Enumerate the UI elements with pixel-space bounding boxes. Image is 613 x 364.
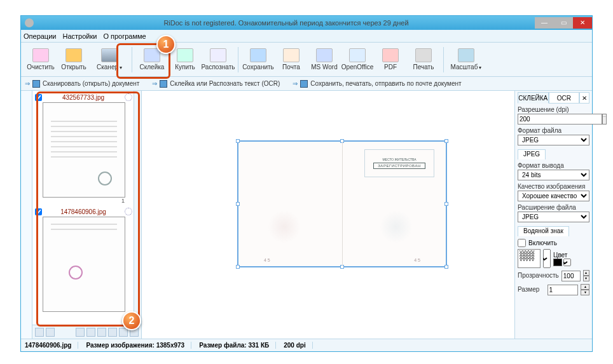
save-icon	[250, 48, 266, 62]
resolution-more-button[interactable]: ···	[602, 114, 607, 125]
app-window: RiDoc is not registered. Ознакомительный…	[20, 15, 593, 352]
tab-ocr[interactable]: OCR	[549, 92, 580, 104]
menu-about[interactable]: О программе	[103, 32, 146, 40]
thumbnail-item[interactable]: 1478460906.jpg	[35, 208, 132, 312]
resize-handle[interactable]	[444, 202, 448, 206]
mail-button[interactable]: Почта	[275, 44, 307, 75]
print-button[interactable]: Печать	[408, 44, 439, 75]
thumb-tool-2[interactable]	[46, 328, 55, 337]
thumb-checkbox[interactable]	[35, 208, 42, 215]
resize-handle[interactable]	[236, 202, 240, 206]
scanner-icon	[101, 48, 118, 62]
mail-icon	[283, 48, 300, 62]
window-title: RiDoc is not registered. Ознакомительный…	[38, 19, 535, 27]
resize-handle[interactable]	[236, 265, 240, 269]
separator	[238, 47, 238, 72]
status-file: 1478460906.jpg	[25, 342, 78, 349]
statusbar: 1478460906.jpg Размер изображения: 1385x…	[21, 339, 592, 351]
thumb-scrollbar[interactable]	[134, 91, 141, 325]
toolbar: Очистить Открыть Сканер▾ Склейка Купить …	[21, 43, 592, 77]
callout-2: 2	[122, 311, 141, 330]
save-button[interactable]: Сохранить	[242, 44, 274, 75]
opacity-input[interactable]	[561, 271, 581, 281]
resolution-input[interactable]	[518, 114, 602, 125]
maximize-button[interactable]: ▭	[554, 17, 573, 29]
thumb-index: 1	[35, 198, 132, 204]
watermark-enable-checkbox[interactable]	[518, 239, 526, 247]
thumb-tool-1[interactable]	[35, 328, 44, 337]
color-select[interactable]	[563, 259, 571, 266]
eraser-icon	[32, 48, 49, 62]
quality-select[interactable]: Хорошее качество	[518, 191, 589, 201]
watermark-tab[interactable]: Водяной знак	[518, 226, 569, 236]
quality-field: Качество изображения Хорошее качество	[518, 183, 589, 201]
chevron-down-icon: ▾	[479, 65, 481, 71]
file-format-select[interactable]: JPEG	[518, 135, 589, 145]
side-icon-strip	[21, 91, 32, 339]
zoom-icon	[458, 48, 474, 62]
word-button[interactable]: MS Word	[308, 44, 340, 75]
menubar: Операции Настройки О программе	[21, 30, 592, 43]
word-icon	[316, 48, 333, 62]
step-glue[interactable]: ⇒Склейка или Распознать текст (OCR)	[152, 80, 280, 88]
content-area: 432567733.jpg 1 1478460906.jpg	[21, 91, 592, 339]
thumb-settings-icon[interactable]	[125, 208, 132, 215]
thumb-tool-5[interactable]	[97, 328, 106, 337]
thumb-tool-4[interactable]	[86, 328, 95, 337]
document-preview[interactable]: МЕСТО ЖИТЕЛЬСТВА ЗАРЕГИСТРИРОВАН 4 5 4 5	[237, 140, 447, 267]
thumb-filename: 1478460906.jpg	[46, 208, 121, 215]
close-button[interactable]: ✕	[573, 17, 592, 29]
opacity-spinner[interactable]: ▴▾	[583, 270, 589, 281]
preview-canvas[interactable]: МЕСТО ЖИТЕЛЬСТВА ЗАРЕГИСТРИРОВАН 4 5 4 5	[142, 91, 514, 339]
minimize-button[interactable]: —	[535, 17, 554, 29]
thumbnail-item[interactable]: 432567733.jpg 1	[35, 93, 132, 204]
status-dpi: 200 dpi	[284, 342, 312, 349]
extension-select[interactable]: JPEG	[518, 212, 589, 222]
separator	[443, 47, 444, 72]
tab-glue[interactable]: СКЛЕЙКА	[518, 92, 549, 104]
thumb-checkbox[interactable]	[35, 94, 42, 101]
scan-button[interactable]: Сканер▾	[91, 44, 128, 75]
pdf-icon	[382, 48, 399, 62]
color-swatch[interactable]	[553, 259, 562, 266]
file-format-field: Формат файла JPEG	[518, 127, 589, 145]
step-scan[interactable]: ⇒Сканировать (открыть) документ	[25, 80, 139, 88]
glue-icon	[144, 48, 160, 62]
status-file-size: Размер файла: 331 КБ	[199, 342, 276, 349]
zoom-button[interactable]: Масштаб▾	[448, 44, 485, 75]
menu-operations[interactable]: Операции	[24, 32, 56, 40]
output-format-field: Формат вывода 24 bits	[518, 162, 589, 180]
thumb-filename: 432567733.jpg	[46, 94, 121, 101]
ocr-button[interactable]: Распознать	[202, 44, 234, 75]
resize-handle[interactable]	[236, 139, 240, 143]
scan-step-icon	[32, 80, 40, 88]
titlebar: RiDoc is not registered. Ознакомительный…	[21, 16, 592, 30]
thumb-settings-icon[interactable]	[125, 93, 132, 101]
size-input[interactable]	[548, 285, 579, 295]
watermark-pattern-select[interactable]	[543, 249, 551, 268]
folder-icon	[65, 48, 82, 62]
thumb-image[interactable]	[43, 217, 125, 312]
pdf-button[interactable]: PDF	[375, 44, 406, 75]
resize-handle[interactable]	[444, 265, 448, 269]
thumb-tool-3[interactable]	[76, 328, 85, 337]
output-format-select[interactable]: 24 bits	[518, 170, 589, 180]
clear-button[interactable]: Очистить	[25, 44, 57, 75]
openoffice-button[interactable]: OpenOffice	[341, 44, 373, 75]
thumb-tool-6[interactable]	[108, 328, 117, 337]
save-step-icon	[300, 80, 308, 88]
menu-settings[interactable]: Настройки	[62, 32, 97, 40]
callout-1: 1	[156, 35, 176, 54]
printer-icon	[415, 48, 432, 62]
jpeg-tab[interactable]: JPEG	[518, 149, 546, 159]
thumb-image[interactable]	[43, 102, 125, 198]
watermark-pattern[interactable]: VVVVV VVVVV VVVVV VVVVV	[518, 249, 541, 268]
panel-close-button[interactable]: ✕	[579, 92, 589, 104]
open-button[interactable]: Открыть	[58, 44, 90, 75]
status-image-size: Размер изображения: 1385x973	[86, 342, 191, 349]
size-spinner[interactable]: ▴▾	[581, 284, 589, 295]
resize-handle[interactable]	[444, 139, 448, 143]
glue-step-icon	[160, 80, 167, 88]
page-fold	[342, 142, 343, 266]
step-save[interactable]: ⇒Сохранить, печатать, отправить по почте…	[293, 80, 461, 88]
